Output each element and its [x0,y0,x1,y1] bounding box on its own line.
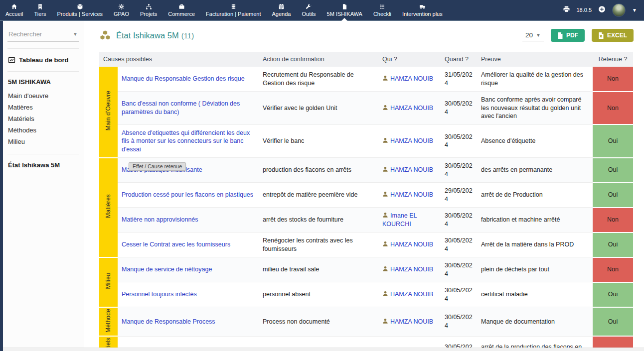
nav-item-commerce[interactable]: Commerce [162,0,200,20]
who-cell[interactable]: HAMZA NOUIB [378,158,441,183]
action-cell: arrêt des stocks de fourniture [259,208,378,233]
nav-item-label: Agenda [272,11,291,17]
proof-cell: plein de déchets par tout [477,257,593,282]
pdf-file-icon [557,32,563,39]
sidebar-item-methodes[interactable]: Méthodes [7,124,79,136]
proof-cell: Arrêt de la matière dans la PROD [477,233,593,257]
who-cell[interactable]: Imane EL KOURCHI [378,208,441,233]
table-row: Main d'Oeuvre Manque du Responsable Gest… [99,67,633,92]
page-size-value: 20 [525,31,533,39]
col-header-retained: Retenue ? [593,52,633,67]
table-row: Milieu Manque de service de néttoyage mi… [99,257,633,282]
page-title[interactable]: État Ishikawa 5M [116,31,179,40]
nav-item-checkli[interactable]: Checkli [368,0,397,20]
nav-item-label: Checkli [373,11,391,17]
nav-item-gpao[interactable]: GPAO [108,0,135,20]
sidebar-item-main-doeuvre[interactable]: Main d'oeuvre [7,90,79,102]
sidebar-item-matieres[interactable]: Matières [7,102,79,113]
action-cell: production des flacons en arrêts [259,158,378,183]
user-avatar[interactable] [612,3,626,17]
proof-cell: Manque de documentation [477,307,593,337]
nav-item-outils[interactable]: Outils [296,0,321,20]
cubes-icon [99,30,111,41]
person-icon [382,137,388,143]
table-row: Cesser le Contrat avec les fournisseurs … [99,233,633,257]
chevron-down-icon[interactable]: ▼ [632,7,637,13]
retained-cell: Oui [593,282,633,307]
cause-link[interactable]: Matière non approvisionnés [118,208,259,233]
plus-circle-icon[interactable] [598,5,606,14]
retained-cell: Non [593,257,633,282]
col-header-proof: Preuve [477,52,593,67]
nav-item-agenda[interactable]: Agenda [267,0,297,20]
nav-item-projets[interactable]: Projets [135,0,162,20]
proof-cell: des arrêts en permanante [477,158,593,183]
pdf-button-label: PDF [566,32,578,39]
proof-cell: fabrication et machine arrêté [477,208,593,233]
cause-link[interactable]: Personnel toujours infectés [118,282,259,307]
person-icon [382,75,388,81]
divider [7,48,79,49]
person-icon [382,266,388,272]
date-cell: 30/05/2024 [441,92,477,125]
cause-link[interactable]: Production cessé pour les flacons en pla… [118,183,259,208]
chart-line-icon [8,56,15,64]
nav-item-label: Facturation | Paiement [206,11,261,17]
nav-item-facturation-paiement[interactable]: Facturation | Paiement [200,0,266,20]
record-count: (11) [181,31,194,40]
category-cell: Milieu [99,257,118,307]
cause-link[interactable]: Banc d'essai non conforme ( Déviation de… [118,92,259,125]
who-cell[interactable]: HAMZA NOUIB [378,257,441,282]
retained-cell: Oui [593,233,633,257]
table-row: Banc d'essai non conforme ( Déviation de… [99,92,633,125]
person-icon [382,166,388,172]
cause-link[interactable]: Manque de service de néttoyage [118,257,259,282]
main-content: État Ishikawa 5M (11) 20 ▼ PDF EXCEL [84,21,644,351]
retained-cell: Oui [593,307,633,337]
col-header-when: Quand ? [441,52,477,67]
who-cell[interactable]: HAMZA NOUIB [378,67,441,92]
person-icon [382,212,388,218]
coins-icon [230,3,237,10]
nav-item-intervention-plus[interactable]: Intervention plus [397,0,448,20]
proof-cell: Améliorer la qualité de la gestion des r… [477,67,593,92]
nav-item-label: 5M ISHIKAWA [327,11,362,17]
search-input[interactable]: Rechercher ▼ [7,28,79,42]
who-cell[interactable]: HAMZA NOUIB [378,282,441,307]
cause-link[interactable]: Absence d'etiquettes qui différencient l… [118,124,259,158]
who-cell[interactable]: HAMZA NOUIB [378,183,441,208]
nav-item-label: Accueil [5,11,23,17]
top-navbar: Accueil Tiers Produits | Services GPAO P… [0,0,644,21]
who-cell[interactable]: HAMZA NOUIB [378,92,441,125]
excel-button-label: EXCEL [607,32,627,39]
nav-item-tiers[interactable]: Tiers [28,0,51,20]
retained-cell: Non [593,208,633,233]
nav-item-accueil[interactable]: Accueil [0,0,28,20]
print-icon[interactable] [563,5,570,14]
horizontal-scrollbar[interactable] [3,348,644,351]
page-size-select[interactable]: 20 ▼ [522,30,544,41]
pdf-export-button[interactable]: PDF [551,29,585,42]
retained-cell: Non [593,67,633,92]
cause-link[interactable]: Manque de Responsable Process [118,307,259,337]
sidebar-item-materiels[interactable]: Matériels [7,113,79,124]
who-cell[interactable]: HAMZA NOUIB [378,233,441,257]
proof-cell: certificat maladie [477,282,593,307]
nav-item-5m-ishikawa[interactable]: 5M ISHIKAWA [322,0,368,20]
building-icon [37,3,43,10]
excel-export-button[interactable]: EXCEL [592,29,634,42]
nav-item-label: Produits | Services [57,11,103,17]
who-cell[interactable]: HAMZA NOUIB [378,124,441,158]
cause-link[interactable]: Cesser le Contrat avec les fournisseurs [118,233,259,257]
table-row: Méthode Manque de Responsable Process Pr… [99,307,633,337]
cause-link[interactable]: Manque du Responsable Gestion des risque [118,67,259,92]
divider [7,154,79,154]
sidebar-item-milieu[interactable]: Milieu [7,136,79,147]
sidebar-item-dashboard[interactable]: Tableau de bord [7,55,79,65]
date-cell: 30/05/2024 [441,158,477,183]
who-cell[interactable]: HAMZA NOUIB [378,307,441,337]
action-cell: Vérifier le banc [259,124,378,158]
sidebar-item-etat-ishikawa[interactable]: État Ishikawa 5M [7,161,79,169]
nav-item-produits-services[interactable]: Produits | Services [52,0,109,20]
nav-item-label: Projets [140,11,157,17]
